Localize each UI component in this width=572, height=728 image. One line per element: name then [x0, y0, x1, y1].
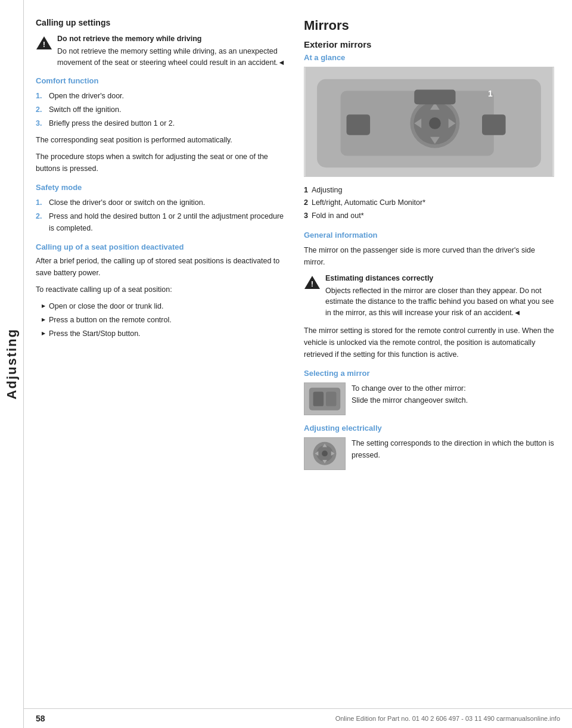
svg-rect-17 — [414, 90, 455, 105]
adjusting-electrically-text: The setting corresponds to the direction… — [352, 437, 554, 470]
adjusting-electrically-section: The setting corresponds to the direction… — [304, 437, 554, 470]
general-info-text2: The mirror setting is stored for the rem… — [304, 325, 554, 360]
adjusting-electrically-title: Adjusting electrically — [304, 424, 554, 433]
general-info-title: General information — [304, 231, 554, 239]
svg-point-27 — [322, 450, 328, 456]
list-item: 2.Switch off the ignition. — [36, 104, 286, 116]
mirror-label-3: 3Fold in and out* — [304, 210, 554, 222]
warning-icon-2: ! — [304, 274, 321, 291]
main-columns: Calling up settings ! Do not retrieve th… — [24, 0, 572, 708]
comfort-function-title: Comfort function — [36, 76, 286, 85]
mirror-label-2: 2Left/right, Automatic Curb Monitor* — [304, 197, 554, 209]
side-tab-label: Adjusting — [4, 328, 20, 399]
safety-mode-steps: 1.Close the driver's door or switch on t… — [36, 197, 286, 234]
warning-icon-1: ! — [36, 35, 52, 51]
mirror-switch-image — [304, 382, 346, 415]
warning-text-2: Estimating distances correctly Objects r… — [325, 273, 554, 319]
warning-box-2: ! Estimating distances correctly Objects… — [304, 273, 554, 319]
list-item: 3.Briefly press the desired button 1 or … — [36, 117, 286, 129]
warning-box-1: ! Do not retrieve the memory while drivi… — [36, 33, 286, 68]
deactivated-bullets: Open or close the door or trunk lid. Pre… — [36, 300, 286, 340]
footer-text: Online Edition for Part no. 01 40 2 606 … — [335, 715, 560, 722]
comfort-text2: The procedure stops when a switch for ad… — [36, 151, 286, 175]
calling-up-deactivated-title: Calling up of a seat position deactivate… — [36, 242, 286, 251]
comfort-function-steps: 1.Open the driver's door. 2.Switch off t… — [36, 90, 286, 129]
mirror-label-1: 1Adjusting — [304, 184, 554, 197]
svg-text:!: ! — [43, 40, 45, 49]
mirrors-title: Mirrors — [304, 18, 554, 33]
calling-up-settings-title: Calling up settings — [36, 18, 286, 27]
svg-rect-16 — [347, 114, 371, 135]
exterior-mirrors-title: Exterior mirrors — [304, 39, 554, 49]
svg-point-7 — [429, 117, 441, 129]
at-a-glance-title: At a glance — [304, 53, 554, 62]
svg-text:!: ! — [311, 279, 313, 288]
deactivated-text2: To reactivate calling up of a seat posit… — [36, 284, 286, 295]
side-tab: Adjusting — [0, 0, 24, 728]
mirror-labels: 1Adjusting 2Left/right, Automatic Curb M… — [304, 184, 554, 222]
list-item: 2.Press and hold the desired button 1 or… — [36, 210, 286, 234]
selecting-mirror-section: To change over to the other mirror: Slid… — [304, 382, 554, 415]
comfort-text1: The corresponding seat position is perfo… — [36, 134, 286, 146]
svg-text:1: 1 — [488, 89, 493, 98]
adjust-button-image — [304, 437, 346, 470]
warning-text-1: Do not retrieve the memory while driving… — [57, 33, 286, 68]
mirror-image: 1 2 3 — [304, 67, 554, 177]
content-area: Calling up settings ! Do not retrieve th… — [24, 0, 572, 728]
list-item: 1.Close the driver's door or switch on t… — [36, 197, 286, 209]
list-item: Press a button on the remote control. — [42, 314, 286, 326]
selecting-mirror-title: Selecting a mirror — [304, 369, 554, 378]
right-column: Mirrors Exterior mirrors At a glance — [304, 18, 554, 696]
list-item: Press the Start/Stop button. — [42, 328, 286, 340]
selecting-mirror-text: To change over to the other mirror: Slid… — [352, 382, 468, 415]
svg-rect-15 — [482, 114, 506, 135]
svg-rect-22 — [313, 391, 324, 406]
svg-rect-23 — [326, 391, 336, 406]
safety-mode-title: Safety mode — [36, 183, 286, 192]
list-item: 1.Open the driver's door. — [36, 90, 286, 102]
page-number: 58 — [36, 714, 45, 723]
page-container: Adjusting Calling up settings ! Do n — [0, 0, 572, 728]
page-footer: 58 Online Edition for Part no. 01 40 2 6… — [24, 708, 572, 728]
list-item: Open or close the door or trunk lid. — [42, 300, 286, 312]
general-info-text1: The mirror on the passenger side is more… — [304, 244, 554, 268]
left-column: Calling up settings ! Do not retrieve th… — [36, 18, 286, 696]
deactivated-text1: After a brief period, the calling up of … — [36, 255, 286, 279]
